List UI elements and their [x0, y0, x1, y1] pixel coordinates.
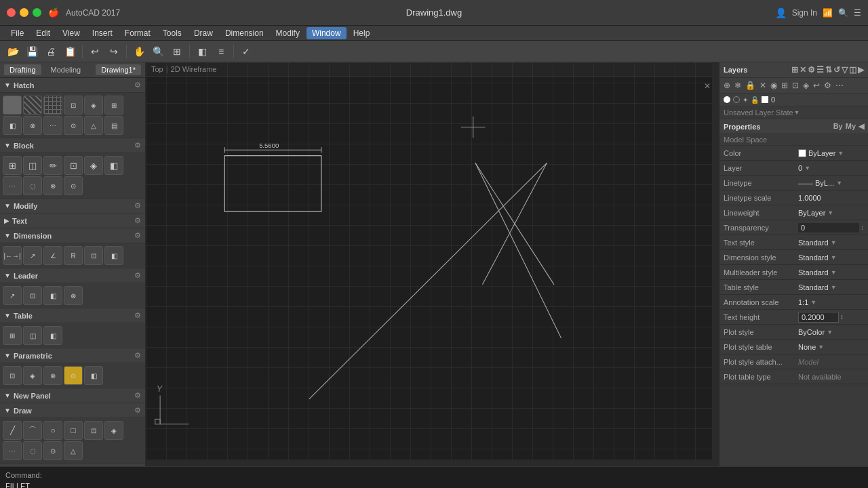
draw-tool-2[interactable]: ◈ — [104, 421, 123, 440]
modify-gear-icon[interactable]: ⚙ — [134, 201, 141, 210]
lt-match-btn[interactable]: ◈ — [802, 80, 810, 91]
prop-tablestyle-dropdown-icon[interactable]: ▼ — [831, 284, 837, 291]
draw-tool-4[interactable]: ◌ — [23, 441, 42, 460]
prop-layer-dropdown-icon[interactable]: ▼ — [804, 165, 810, 171]
draw-arc[interactable]: ⌒ — [23, 421, 42, 440]
prop-textstyle-dropdown-icon[interactable]: ▼ — [831, 239, 837, 246]
panel-tab-drafting[interactable]: Drafting — [4, 64, 41, 75]
tb-zoom-ext[interactable]: ⊞ — [168, 43, 186, 60]
lt-isolate-btn[interactable]: ◉ — [769, 80, 778, 91]
text-height-spin-icon[interactable]: ↕ — [840, 313, 844, 321]
prop-textheight-value[interactable]: ↕ — [798, 312, 864, 323]
layer-refresh-icon[interactable]: ↺ — [833, 65, 840, 75]
props-collapse-icon[interactable]: ◀ — [859, 122, 864, 131]
param-tool-3[interactable]: ⊗ — [43, 366, 62, 385]
drawing-canvas[interactable]: 5.5600 Y — [146, 81, 719, 466]
layer-filter-icon[interactable]: ▽ — [842, 65, 848, 75]
prop-lw-dropdown-icon[interactable]: ▼ — [827, 209, 833, 216]
hatch-tool-5[interactable]: ⊗ — [23, 116, 42, 135]
signin-button[interactable]: Sign In — [792, 8, 817, 18]
block-tool-2[interactable]: ◈ — [84, 156, 103, 175]
section-parametric-header[interactable]: ▼ Parametric ⚙ — [0, 348, 145, 363]
prop-mleader-dropdown-icon[interactable]: ▼ — [831, 269, 837, 276]
block-tool-7[interactable]: ⊙ — [64, 176, 83, 195]
prop-color-dropdown-icon[interactable]: ▼ — [837, 150, 844, 157]
prop-plotstyle-value[interactable]: ByColor ▼ — [798, 328, 864, 336]
draw-line[interactable]: ╱ — [3, 421, 22, 440]
tb-properties[interactable]: ≡ — [212, 43, 230, 60]
layer-color-swatch[interactable] — [762, 96, 768, 103]
block-tool-6[interactable]: ⊗ — [43, 176, 62, 195]
tb-plot[interactable]: 📋 — [61, 43, 79, 60]
section-newpanel2-header[interactable]: ▼ New Panel ⚙ — [0, 464, 145, 466]
tb-redo[interactable]: ↪ — [105, 43, 123, 60]
section-newpanel1-header[interactable]: ▼ New Panel ⚙ — [0, 388, 145, 403]
hatch-cross-btn[interactable] — [43, 96, 62, 115]
table-gear-icon[interactable]: ⚙ — [134, 311, 141, 320]
section-text-header[interactable]: ▶ Text ⚙ — [0, 214, 145, 228]
hatch-tool-4[interactable]: ◧ — [3, 116, 22, 135]
block-tool-4[interactable]: ⋯ — [3, 176, 22, 195]
hatch-lines-btn[interactable] — [23, 96, 42, 115]
layer-panel-icon[interactable]: ◫ — [849, 65, 856, 75]
search-icon[interactable]: 🔍 — [838, 8, 848, 18]
lt-merge-btn[interactable]: ⊞ — [780, 80, 789, 91]
minimize-button[interactable] — [20, 8, 28, 17]
lt-freeze-btn[interactable]: ❄ — [733, 80, 743, 91]
block-gear-icon[interactable]: ⚙ — [134, 141, 141, 150]
section-table-header[interactable]: ▼ Table ⚙ — [0, 308, 145, 323]
parametric-gear-icon[interactable]: ⚙ — [134, 351, 141, 360]
dimension-gear-icon[interactable]: ⚙ — [134, 231, 141, 240]
menu-file[interactable]: File — [5, 27, 29, 39]
prop-pst-dropdown-icon[interactable]: ▼ — [818, 344, 824, 350]
lt-more-btn[interactable]: ⋯ — [834, 80, 845, 91]
tb-pan[interactable]: ✋ — [130, 43, 148, 60]
props-my-btn[interactable]: My — [846, 122, 856, 131]
section-block-header[interactable]: ▼ Block ⚙ — [0, 138, 145, 153]
canvas-area[interactable]: Top | 2D Wireframe 5.5600 — [146, 62, 719, 466]
lt-settings-btn[interactable]: ⚙ — [823, 80, 833, 91]
layer-collapse-icon[interactable]: ▶ — [858, 65, 864, 75]
prop-annoscale-dropdown-icon[interactable]: ▼ — [810, 299, 816, 306]
prop-color-value[interactable]: ByLayer ▼ — [798, 149, 864, 157]
draw-circle[interactable]: ○ — [43, 421, 62, 440]
prop-linetype-dropdown-icon[interactable]: ▼ — [836, 180, 842, 186]
prop-tablestyle-value[interactable]: Standard ▼ — [798, 283, 864, 291]
menu-format[interactable]: Format — [119, 27, 156, 39]
layer-on-icon[interactable] — [733, 96, 740, 103]
menu-insert[interactable]: Insert — [87, 27, 118, 39]
layer-name[interactable]: 0 — [771, 96, 775, 104]
panel-drawing-tab[interactable]: Drawing1* — [96, 64, 141, 75]
dim-radius[interactable]: R — [64, 246, 83, 265]
section-draw-header[interactable]: ▼ Draw ⚙ — [0, 403, 145, 418]
dim-tool-1[interactable]: ⊡ — [84, 246, 103, 265]
block-insert[interactable]: ⊞ — [3, 156, 22, 175]
menu-dimension[interactable]: Dimension — [220, 27, 269, 39]
draw-rect[interactable]: □ — [64, 421, 83, 440]
tb-check[interactable]: ✓ — [237, 43, 255, 60]
hatch-tool-6[interactable]: ⋯ — [43, 116, 62, 135]
draw-tool-3[interactable]: ⋯ — [3, 441, 22, 460]
tb-save[interactable]: 💾 — [23, 43, 41, 60]
block-edit[interactable]: ✏ — [43, 156, 62, 175]
prop-linetype-value[interactable]: —— ByL... ▼ — [798, 179, 864, 187]
layer-visibility-dot[interactable] — [724, 96, 730, 103]
prop-mleader-value[interactable]: Standard ▼ — [798, 268, 864, 277]
maximize-button[interactable] — [33, 8, 41, 17]
lt-new-btn[interactable]: ⊕ — [722, 80, 732, 91]
newpanel1-gear-icon[interactable]: ⚙ — [134, 391, 141, 400]
tb-print[interactable]: 🖨 — [42, 43, 60, 60]
prop-layer-value[interactable]: 0 ▼ — [798, 164, 864, 172]
leader-tool-3[interactable]: ◧ — [43, 286, 62, 305]
table-tool-1[interactable]: ◧ — [43, 326, 62, 345]
tb-undo[interactable]: ↩ — [86, 43, 104, 60]
layer-list-icon[interactable]: ☰ — [816, 65, 824, 75]
draw-gear-icon[interactable]: ⚙ — [134, 406, 141, 415]
text-gear-icon[interactable]: ⚙ — [134, 216, 141, 225]
tb-open[interactable]: 📂 — [4, 43, 22, 60]
menu-tools[interactable]: Tools — [157, 27, 187, 39]
hatch-tool-3[interactable]: ⊞ — [104, 96, 123, 115]
layer-lock-icon[interactable]: 🔓 — [751, 96, 759, 104]
lt-delete-btn[interactable]: ✕ — [758, 80, 768, 91]
dim-aligned[interactable]: ↗ — [23, 246, 42, 265]
